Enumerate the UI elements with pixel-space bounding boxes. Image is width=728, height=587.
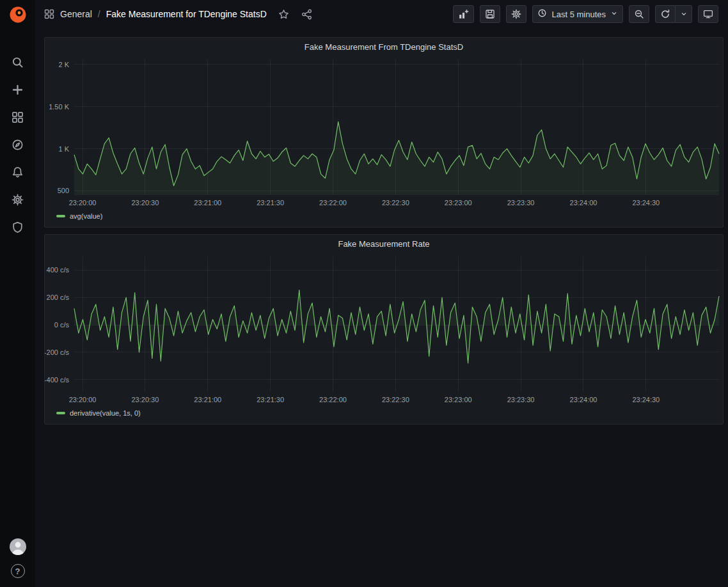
svg-text:-200 c/s: -200 c/s bbox=[45, 348, 69, 356]
help-label: ? bbox=[15, 567, 20, 576]
sidebar-nav bbox=[11, 55, 25, 234]
star-icon[interactable] bbox=[277, 7, 291, 21]
apps-grid-icon bbox=[44, 9, 54, 19]
svg-text:500: 500 bbox=[58, 187, 69, 194]
admin-shield-icon[interactable] bbox=[11, 220, 25, 234]
create-plus-icon[interactable] bbox=[11, 82, 25, 97]
svg-text:23:21:30: 23:21:30 bbox=[257, 396, 284, 403]
svg-text:400 c/s: 400 c/s bbox=[47, 266, 70, 274]
svg-text:23:20:30: 23:20:30 bbox=[131, 396, 159, 403]
svg-text:23:22:00: 23:22:00 bbox=[319, 199, 347, 207]
main-area: General / Fake Measurement for TDengine … bbox=[35, 0, 728, 587]
configuration-gear-icon[interactable] bbox=[11, 192, 25, 207]
time-range-picker[interactable]: Last 5 minutes bbox=[532, 5, 623, 23]
svg-text:23:21:00: 23:21:00 bbox=[194, 199, 221, 207]
panel-title[interactable]: Fake Measurement From TDengine StatsD bbox=[45, 38, 723, 56]
dashboards-icon[interactable] bbox=[11, 110, 25, 124]
svg-text:23:22:00: 23:22:00 bbox=[319, 396, 347, 403]
refresh-interval-chevron[interactable] bbox=[676, 5, 692, 23]
panel-fake-measurement: Fake Measurement From TDengine StatsD 23… bbox=[44, 37, 724, 228]
dashboard-grid: Fake Measurement From TDengine StatsD 23… bbox=[35, 28, 728, 587]
svg-text:23:23:30: 23:23:30 bbox=[507, 199, 535, 207]
series-color-swatch bbox=[56, 412, 65, 414]
share-icon[interactable] bbox=[300, 7, 314, 21]
svg-text:23:20:00: 23:20:00 bbox=[69, 199, 97, 207]
svg-text:2 K: 2 K bbox=[58, 61, 69, 68]
timeseries-chart[interactable]: 23:20:0023:20:3023:21:0023:21:3023:22:00… bbox=[45, 56, 723, 210]
save-dashboard-button[interactable] bbox=[480, 5, 500, 23]
help-icon[interactable]: ? bbox=[11, 564, 25, 578]
breadcrumb-actions bbox=[277, 7, 314, 21]
svg-text:200 c/s: 200 c/s bbox=[47, 294, 70, 301]
svg-text:23:22:30: 23:22:30 bbox=[382, 199, 409, 207]
grafana-logo[interactable] bbox=[8, 5, 28, 24]
svg-text:23:24:30: 23:24:30 bbox=[632, 199, 660, 207]
timeseries-chart[interactable]: 23:20:0023:20:3023:21:0023:21:3023:22:00… bbox=[45, 253, 723, 407]
series-legend-label[interactable]: derivative(value, 1s, 0) bbox=[70, 409, 141, 417]
add-panel-button[interactable] bbox=[453, 5, 474, 23]
avatar[interactable] bbox=[10, 538, 26, 555]
svg-text:23:20:00: 23:20:00 bbox=[69, 396, 97, 403]
dashboard-settings-button[interactable] bbox=[506, 5, 526, 23]
breadcrumb: General / Fake Measurement for TDengine … bbox=[44, 9, 267, 19]
grafana-app: ? General / Fake Measurement for TDengin… bbox=[0, 0, 728, 587]
series-legend-label[interactable]: avg(value) bbox=[70, 212, 102, 220]
topbar: General / Fake Measurement for TDengine … bbox=[35, 0, 728, 28]
breadcrumb-folder[interactable]: General bbox=[60, 9, 92, 19]
refresh-button[interactable] bbox=[655, 5, 676, 23]
svg-text:0 c/s: 0 c/s bbox=[54, 321, 70, 329]
svg-text:23:21:00: 23:21:00 bbox=[194, 396, 221, 403]
alerting-bell-icon[interactable] bbox=[11, 165, 25, 179]
refresh-button-group bbox=[655, 5, 692, 23]
breadcrumb-separator: / bbox=[98, 9, 100, 19]
svg-text:23:22:30: 23:22:30 bbox=[382, 396, 409, 403]
svg-text:1 K: 1 K bbox=[58, 145, 69, 153]
panel-fake-measurement-rate: Fake Measurement Rate 23:20:0023:20:3023… bbox=[44, 234, 724, 425]
clock-icon bbox=[537, 8, 547, 20]
sidebar: ? bbox=[0, 0, 35, 587]
toolbar: Last 5 minutes bbox=[453, 5, 718, 23]
search-icon[interactable] bbox=[11, 55, 25, 69]
svg-text:23:20:30: 23:20:30 bbox=[131, 199, 159, 207]
svg-text:23:23:30: 23:23:30 bbox=[507, 396, 535, 403]
svg-text:23:24:00: 23:24:00 bbox=[570, 396, 597, 403]
svg-text:23:23:00: 23:23:00 bbox=[445, 199, 472, 207]
svg-text:23:24:30: 23:24:30 bbox=[632, 396, 660, 403]
panel-title[interactable]: Fake Measurement Rate bbox=[45, 235, 723, 253]
svg-text:1.50 K: 1.50 K bbox=[49, 103, 69, 111]
kiosk-tv-button[interactable] bbox=[698, 5, 718, 23]
sidebar-bottom: ? bbox=[10, 538, 26, 578]
explore-compass-icon[interactable] bbox=[11, 137, 25, 152]
time-range-label: Last 5 minutes bbox=[551, 10, 606, 19]
svg-text:-400 c/s: -400 c/s bbox=[45, 376, 69, 384]
zoom-out-button[interactable] bbox=[629, 5, 649, 23]
svg-text:23:21:30: 23:21:30 bbox=[257, 199, 284, 207]
panel-legend: derivative(value, 1s, 0) bbox=[45, 407, 723, 424]
chevron-down-icon bbox=[610, 10, 618, 19]
svg-text:23:24:00: 23:24:00 bbox=[570, 199, 597, 207]
panel-legend: avg(value) bbox=[45, 210, 723, 227]
dashboard-title[interactable]: Fake Measurement for TDengine StatsD bbox=[106, 9, 267, 19]
svg-text:23:23:00: 23:23:00 bbox=[445, 396, 472, 403]
series-color-swatch bbox=[56, 215, 65, 217]
